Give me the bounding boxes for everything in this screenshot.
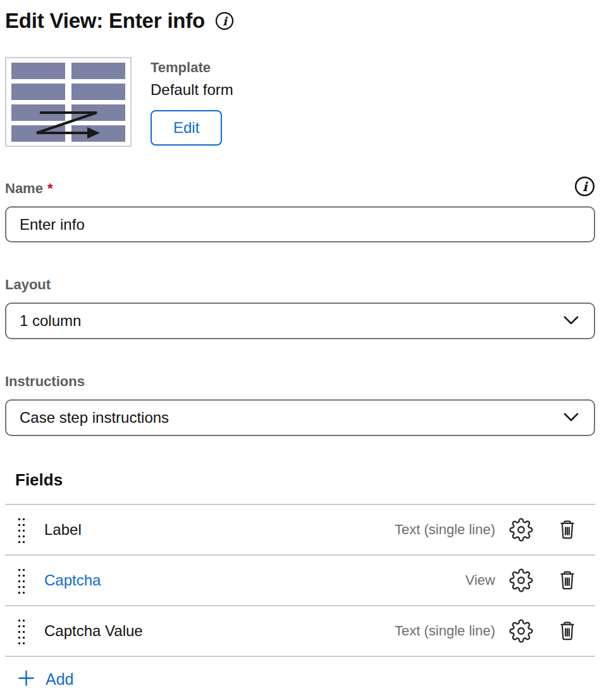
add-label: Add [46,670,73,689]
required-asterisk: * [47,180,53,196]
page-title: Edit View: Enter info [5,9,205,33]
info-icon[interactable]: i [574,176,595,197]
field-type: Text (single line) [395,623,495,639]
gear-icon[interactable] [509,518,533,542]
field-row: Label Text (single line) [5,505,595,556]
template-meta: Template Default form Edit [151,57,233,147]
info-icon[interactable]: i [215,11,234,30]
page-header: Edit View: Enter info i [5,0,595,33]
drag-handle-icon[interactable] [17,566,26,595]
template-value: Default form [151,81,233,99]
trash-icon[interactable] [556,569,579,592]
layout-selected-value: 1 column [20,312,81,330]
name-group: Name* i [5,176,595,242]
svg-text:i: i [223,15,228,28]
edit-view-panel: Edit View: Enter info i [5,0,595,689]
name-input[interactable] [5,206,595,242]
add-field-button[interactable]: Add [18,670,73,689]
fields-heading: Fields [15,470,595,490]
field-label: Label [44,521,82,539]
field-type: Text (single line) [395,522,495,538]
field-row: Captcha Value Text (single line) [5,606,595,657]
chevron-down-icon [562,409,581,427]
edit-template-button[interactable]: Edit [151,110,222,146]
field-label-link[interactable]: Captcha [44,572,101,589]
instructions-label: Instructions [5,373,85,390]
layout-label: Layout [5,277,51,293]
name-label: Name* [5,180,52,197]
svg-text:i: i [582,179,589,194]
gear-icon[interactable] [509,619,533,643]
template-thumbnail [5,57,132,147]
chevron-down-icon [562,312,581,330]
template-label: Template [151,59,233,76]
field-row: Captcha View [5,556,595,606]
drag-handle-icon[interactable] [17,617,26,646]
template-section: Template Default form Edit [5,57,595,147]
layout-select[interactable]: 1 column [5,303,595,339]
trash-icon[interactable] [556,620,579,642]
plus-icon [18,670,35,689]
gear-icon[interactable] [509,568,533,592]
field-type: View [465,572,495,589]
instructions-selected-value: Case step instructions [20,409,169,427]
instructions-select[interactable]: Case step instructions [5,399,595,436]
field-label: Captcha Value [44,622,143,640]
drag-handle-icon[interactable] [17,516,26,544]
layout-group: Layout 1 column [5,277,595,339]
fields-list: Label Text (single line) Captcha V [5,504,595,657]
instructions-group: Instructions Case step instructions [5,373,595,436]
trash-icon[interactable] [556,518,579,541]
